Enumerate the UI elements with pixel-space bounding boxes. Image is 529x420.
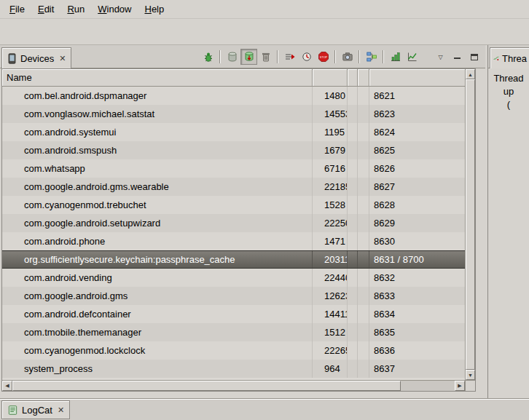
process-row[interactable]: com.android.phone 1471 8630 — [2, 232, 465, 250]
debug-column-header[interactable] — [358, 69, 369, 86]
menu-item-label: indow — [107, 4, 132, 15]
process-port: 8633 — [369, 287, 465, 305]
dump-hprof-icon[interactable] — [240, 49, 257, 65]
port-column-header[interactable] — [369, 69, 465, 86]
horizontal-scrollbar[interactable]: ◀ ▶ — [2, 380, 465, 391]
vertical-scrollbar-thumb[interactable] — [466, 79, 475, 370]
process-pid: 1512 — [313, 323, 348, 341]
process-row[interactable]: com.android.defcontainer 14411 8634 — [2, 305, 465, 323]
start-method-profiling-icon[interactable] — [298, 49, 315, 65]
process-row[interactable]: system_process 964 8637 — [2, 360, 465, 378]
process-row[interactable]: com.google.android.gms.wearable 22185 86… — [2, 178, 465, 196]
tab-devices[interactable]: Devices ✕ — [1, 47, 71, 68]
menu-item-accelerator: E — [38, 4, 44, 15]
process-name: com.android.vending — [2, 269, 313, 287]
process-row[interactable]: com.android.systemui 1195 8624 — [2, 123, 465, 141]
process-port: 8631 / 8700 — [369, 251, 465, 268]
tab-devices-close-icon[interactable]: ✕ — [58, 54, 66, 63]
threads-tabbar: Threa — [488, 45, 529, 68]
process-pid: 1480 — [313, 87, 348, 105]
process-debug-cell — [358, 269, 369, 287]
process-pid: 1471 — [313, 232, 348, 250]
process-name: com.google.android.gms — [2, 287, 313, 305]
start-opengl-trace-icon[interactable] — [404, 49, 420, 65]
menu-item[interactable]: File — [3, 1, 31, 17]
process-name: com.bel.android.dspmanager — [2, 87, 313, 105]
minimize-icon[interactable] — [449, 49, 466, 65]
process-debug-cell — [358, 196, 369, 214]
process-port: 8630 — [369, 232, 465, 250]
menu-item[interactable]: Window — [91, 1, 138, 17]
maximize-icon[interactable] — [466, 49, 482, 65]
menu-item-label: dit — [44, 4, 55, 15]
menu-item-label: un — [74, 4, 85, 15]
scroll-down-icon[interactable]: ▼ — [466, 370, 475, 380]
process-pid: 6716 — [313, 159, 348, 178]
tab-threads-label: Threa — [502, 53, 527, 64]
capture-system-trace-icon[interactable] — [387, 49, 404, 65]
vertical-scrollbar[interactable]: ▲ ▼ — [465, 69, 475, 380]
process-pid: 22440 — [313, 269, 348, 287]
update-threads-icon[interactable] — [281, 49, 298, 65]
process-debug-cell — [358, 178, 369, 196]
process-name: com.cyanogenmod.lockclock — [2, 341, 313, 360]
tab-logcat[interactable]: LogCat ✕ — [1, 400, 70, 419]
process-debug-cell — [358, 360, 369, 378]
horizontal-scrollbar-thumb[interactable] — [12, 381, 401, 391]
toolbar-separator — [358, 50, 360, 63]
update-heap-icon[interactable] — [224, 49, 240, 65]
menu-item[interactable]: Edit — [31, 1, 60, 17]
device-icon — [7, 53, 17, 64]
scroll-left-icon[interactable]: ◀ — [2, 381, 12, 391]
process-status-cell — [348, 360, 358, 378]
process-status-cell — [348, 178, 358, 196]
process-port: 8621 — [369, 87, 465, 105]
status-column-header[interactable] — [348, 69, 358, 86]
process-row[interactable]: com.google.android.setupwizard 22250 862… — [2, 214, 465, 232]
process-status-cell — [348, 287, 358, 305]
process-row[interactable]: com.android.vending 22440 8632 — [2, 269, 465, 287]
process-status-cell — [348, 105, 358, 123]
process-row[interactable]: com.google.android.gms 12623 8633 — [2, 287, 465, 305]
cause-gc-icon[interactable] — [257, 49, 274, 65]
scroll-right-icon[interactable]: ▶ — [455, 381, 465, 391]
process-row[interactable]: com.tmobile.thememanager 1512 8635 — [2, 323, 465, 341]
stop-process-icon[interactable]: STOP — [315, 49, 332, 65]
view-menu-icon[interactable]: ▽ — [432, 49, 449, 65]
process-row[interactable]: org.sufficientlysecure.keychain:passphra… — [2, 250, 465, 269]
process-port: 8624 — [369, 123, 465, 141]
pid-column-header[interactable] — [313, 69, 348, 86]
name-column-header[interactable]: Name — [2, 69, 313, 86]
process-debug-cell — [358, 305, 369, 323]
process-name: org.sufficientlysecure.keychain:passphra… — [2, 251, 313, 268]
scrollbar-corner — [465, 380, 475, 391]
process-debug-cell — [358, 232, 369, 250]
process-name: com.android.smspush — [2, 141, 313, 159]
devices-toolbar: STOP — [200, 48, 482, 66]
screen-capture-icon[interactable] — [339, 49, 356, 65]
threads-icon — [493, 53, 499, 63]
devices-table-header: Name — [2, 69, 465, 87]
tab-threads[interactable]: Threa — [490, 47, 529, 68]
process-debug-cell — [358, 214, 369, 232]
process-row[interactable]: com.whatsapp 6716 8626 — [2, 159, 465, 178]
process-status-cell — [348, 269, 358, 287]
process-pid: 12623 — [313, 287, 348, 305]
process-port: 8632 — [369, 269, 465, 287]
scroll-up-icon[interactable]: ▲ — [466, 69, 475, 79]
menu-item[interactable]: Run — [60, 1, 91, 17]
tab-logcat-close-icon[interactable]: ✕ — [56, 405, 64, 415]
process-name: com.tmobile.thememanager — [2, 323, 313, 341]
process-row[interactable]: com.cyanogenmod.trebuchet 1528 8628 — [2, 196, 465, 214]
process-row[interactable]: com.android.smspush 1679 8625 — [2, 141, 465, 159]
debug-process-icon[interactable] — [200, 49, 216, 65]
process-port: 8627 — [369, 178, 465, 196]
process-row[interactable]: com.cyanogenmod.lockclock 22265 8636 — [2, 341, 465, 360]
process-debug-cell — [358, 251, 369, 268]
process-row[interactable]: com.bel.android.dspmanager 1480 8621 — [2, 87, 465, 105]
process-row[interactable]: com.vonglasow.michael.satstat 14553 8623 — [2, 105, 465, 123]
threads-message-line2: ( — [489, 98, 528, 111]
devices-panel: Devices ✕ — [0, 45, 485, 398]
menu-item[interactable]: Help — [138, 1, 171, 17]
dump-view-hierarchy-icon[interactable] — [363, 49, 380, 65]
